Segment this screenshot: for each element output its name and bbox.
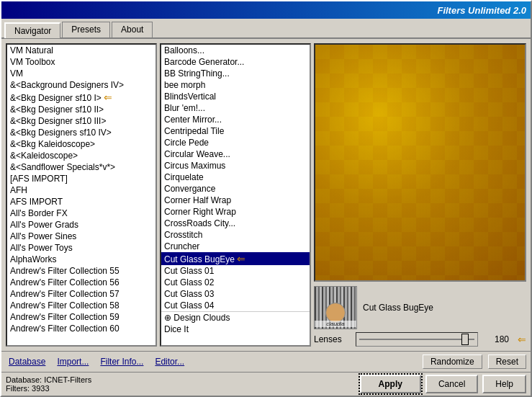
filter-name-box: Cut Glass BugEye [363, 303, 526, 313]
thumbnail-content: claudia [315, 287, 356, 329]
lenses-label: Lenses [314, 334, 350, 344]
filter-item[interactable]: Cut Glass 01 [161, 265, 310, 277]
tab-presets[interactable]: Presets [62, 22, 110, 37]
status-left: Database: ICNET-Filters Filters: 3933 [6, 375, 360, 393]
list-item[interactable]: &<Bkg Designers sf10 IV> [7, 127, 155, 138]
list-item[interactable]: All's Power Sines [7, 231, 155, 242]
right-panel: claudia Cut Glass BugEye Lenses [314, 43, 526, 347]
help-button[interactable]: Help [482, 375, 526, 393]
main-content: VM Natural VM Toolbox VM &<Background De… [1, 39, 531, 351]
filter-item[interactable]: BB StringThing... [161, 68, 310, 79]
list-item[interactable]: AFH [7, 184, 155, 196]
import-button[interactable]: Import... [54, 355, 91, 368]
left-panel: VM Natural VM Toolbox VM &<Background De… [6, 43, 157, 347]
list-item[interactable]: Andrew's Filter Collection 56 [7, 277, 155, 288]
filter-item[interactable]: Circus Maximus [161, 160, 310, 171]
cancel-button[interactable]: Cancel [425, 375, 478, 393]
filter-item[interactable]: ⊕ Design Clouds [161, 311, 310, 324]
list-item[interactable]: Andrew's Filter Collection 57 [7, 288, 155, 300]
filter-list[interactable]: Balloons... Barcode Generator... BB Stri… [160, 43, 311, 347]
filter-item[interactable]: Circle Pede [161, 137, 310, 148]
filter-item[interactable]: Cruncher [161, 241, 310, 252]
main-window: Filters Unlimited 2.0 Navigator Presets … [0, 0, 532, 397]
list-item[interactable]: VM Natural [7, 45, 155, 56]
list-item[interactable]: All's Power Grads [7, 219, 155, 231]
filter-item[interactable]: Center Mirror... [161, 114, 310, 125]
database-button[interactable]: Database [6, 355, 48, 368]
list-item[interactable]: All's Power Toys [7, 242, 155, 254]
tab-about[interactable]: About [112, 22, 153, 37]
lenses-row: Lenses 180 ⇐ [314, 332, 526, 347]
filter-item[interactable]: BlindsVertical [161, 91, 310, 102]
toolbar-right: Randomize Reset [423, 354, 526, 369]
apply-button[interactable]: Apply [360, 375, 421, 393]
filter-item[interactable]: Circular Weave... [161, 148, 310, 160]
slider-container [356, 332, 478, 347]
filter-item[interactable]: Centripedal Tile [161, 125, 310, 137]
list-item[interactable]: &<Kaleidoscope> [7, 150, 155, 161]
thumbnail-box: claudia [314, 286, 357, 329]
list-item[interactable]: &<Sandflower Specials*v*> [7, 161, 155, 173]
arrow-icon: ⇐ [237, 253, 245, 264]
status-filters: Filters: 3933 [6, 384, 360, 393]
list-item[interactable]: &<Background Designers IV> [7, 79, 155, 91]
lenses-value: 180 [484, 334, 509, 344]
list-item[interactable]: VM [7, 68, 155, 79]
list-item[interactable]: VM Toolbox [7, 56, 155, 68]
filter-info-row: claudia Cut Glass BugEye [314, 286, 526, 329]
arrow-icon: ⇐ [104, 92, 112, 103]
reset-button[interactable]: Reset [488, 354, 526, 369]
tab-bar: Navigator Presets About [1, 19, 531, 39]
filter-name-label: Cut Glass BugEye [363, 303, 526, 313]
filter-item[interactable]: Crosstitch [161, 229, 310, 241]
category-list[interactable]: VM Natural VM Toolbox VM &<Background De… [6, 43, 157, 347]
randomize-button[interactable]: Randomize [423, 354, 482, 369]
filter-item[interactable]: Blur 'em!... [161, 102, 310, 114]
preview-pattern [315, 45, 525, 280]
list-item[interactable]: &<Bkg Kaleidoscope> [7, 138, 155, 150]
lenses-slider[interactable] [356, 332, 478, 347]
toolbar: Database Import... Filter Info... Editor… [1, 351, 531, 372]
editor-button[interactable]: Editor... [152, 355, 187, 368]
title-text: Filters Unlimited 2.0 [437, 5, 526, 16]
filter-item[interactable]: Corner Half Wrap [161, 195, 310, 206]
toolbar-left: Database Import... Filter Info... Editor… [6, 355, 187, 368]
list-item[interactable]: Andrew's Filter Collection 59 [7, 311, 155, 323]
list-item[interactable]: &<Bkg Designer sf10 III> [7, 115, 155, 127]
thumbnail-label: claudia [315, 321, 356, 327]
status-database: Database: ICNET-Filters [6, 375, 360, 384]
tab-navigator[interactable]: Navigator [4, 22, 60, 38]
list-item[interactable]: &<Bkg Designer sf10 II> [7, 104, 155, 115]
list-item[interactable]: Andrew's Filter Collection 60 [7, 323, 155, 334]
middle-panel: Balloons... Barcode Generator... BB Stri… [160, 43, 311, 347]
list-item[interactable]: Andrew's Filter Collection 55 [7, 265, 155, 277]
list-item[interactable]: All's Border FX [7, 208, 155, 219]
list-item[interactable]: [AFS IMPORT] [7, 173, 155, 184]
slider-track [359, 339, 474, 340]
filter-item[interactable]: Dice It [161, 324, 310, 335]
filter-item[interactable]: Cut Glass 02 [161, 277, 310, 288]
slider-thumb[interactable] [461, 334, 469, 345]
filter-item-selected[interactable]: Cut Glass BugEye ⇐ [161, 252, 310, 265]
bottom-right: claudia Cut Glass BugEye Lenses [314, 286, 526, 347]
filter-info-button[interactable]: Filter Info... [97, 355, 146, 368]
filter-item[interactable]: CrossRoads City... [161, 218, 310, 229]
filter-item[interactable]: Cirquelate [161, 171, 310, 183]
list-item[interactable]: AFS IMPORT [7, 196, 155, 208]
filter-list-inner[interactable]: Balloons... Barcode Generator... BB Stri… [161, 45, 310, 345]
list-item[interactable]: AlphaWorks [7, 254, 155, 265]
category-list-inner[interactable]: VM Natural VM Toolbox VM &<Background De… [7, 45, 155, 345]
filter-item[interactable]: Barcode Generator... [161, 56, 310, 68]
filter-item[interactable]: Cut Glass 03 [161, 288, 310, 300]
filter-item[interactable]: Balloons... [161, 45, 310, 56]
filter-item[interactable]: Convergance [161, 183, 310, 195]
filter-item[interactable]: bee morph [161, 79, 310, 91]
filter-item[interactable]: Cut Glass 04 [161, 300, 310, 311]
status-right: Apply Cancel Help [360, 375, 526, 393]
thumbnail-face [325, 303, 346, 323]
list-item[interactable]: Andrew's Filter Collection 58 [7, 300, 155, 311]
filter-item[interactable]: Corner Right Wrap [161, 206, 310, 218]
status-bar: Database: ICNET-Filters Filters: 3933 Ap… [1, 372, 531, 396]
arrow-icon-lenses: ⇐ [518, 334, 526, 345]
list-item-bkg-sf10-1[interactable]: &<Bkg Designer sf10 I> ⇐ [7, 91, 155, 104]
